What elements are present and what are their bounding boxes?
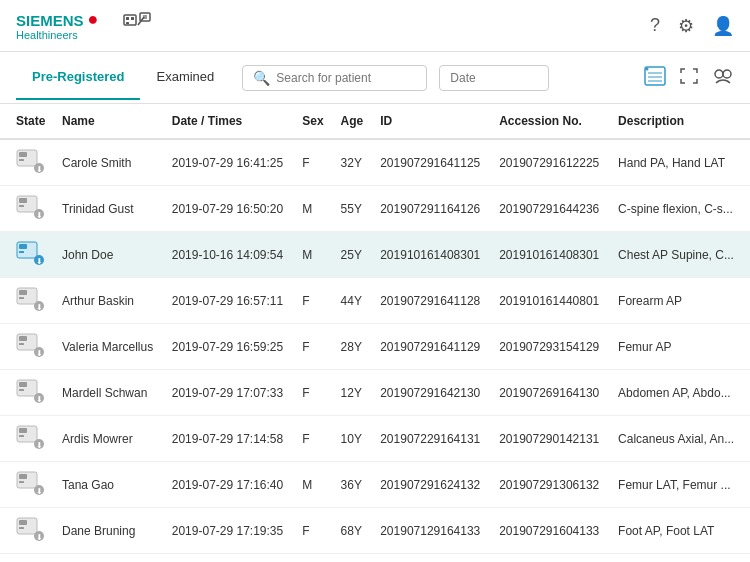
svg-rect-42: [19, 389, 24, 391]
logo-health: Healthineers: [16, 29, 98, 41]
cell-age: 28Y: [333, 324, 373, 370]
cell-name: Carole Smith: [54, 139, 164, 186]
svg-rect-41: [19, 382, 27, 387]
cell-description: Foot AP, Foot LAT: [610, 508, 750, 554]
cell-state: ⬇: [0, 139, 54, 186]
table-row[interactable]: ⬇ Arthur Baskin2019-07-29 16:57:11F44Y20…: [0, 278, 750, 324]
cell-datetime: 2019-07-29 16:50:20: [164, 186, 295, 232]
state-icon: ⬇: [16, 241, 46, 265]
table-row[interactable]: ⬇ Mardell Schwan2019-07-29 17:07:33F12Y2…: [0, 370, 750, 416]
cell-sex: F: [294, 278, 332, 324]
svg-point-13: [715, 70, 723, 78]
svg-rect-46: [19, 428, 27, 433]
cell-datetime: 2019-07-29 16:59:25: [164, 324, 295, 370]
header: SIEMENS ● Healthineers ? ⚙ 👤: [0, 0, 750, 52]
svg-rect-32: [19, 297, 24, 299]
col-name: Name: [54, 104, 164, 139]
cell-description: Abdomen AP, Abdo...: [610, 370, 750, 416]
cell-state: ⬇: [0, 554, 54, 563]
cell-datetime: 2019-07-29 16:57:11: [164, 278, 295, 324]
tab-examined[interactable]: Examined: [140, 55, 230, 100]
app-container: SIEMENS ● Healthineers ? ⚙ 👤: [0, 0, 750, 562]
cell-description: Femur AP: [610, 324, 750, 370]
cell-state: ⬇: [0, 462, 54, 508]
state-icon: ⬇: [16, 149, 46, 173]
svg-rect-3: [126, 22, 129, 24]
table-row[interactable]: ⬇ Dane Bruning2019-07-29 17:19:35F68Y201…: [0, 508, 750, 554]
table-header-row: State Name Date / Times Sex Age ID Acces…: [0, 104, 750, 139]
cell-name: Mardell Schwan: [54, 370, 164, 416]
svg-rect-51: [19, 474, 27, 479]
table-row[interactable]: ⬇ Vina Myrie2019-07-29 17:23:32F87Y20190…: [0, 554, 750, 563]
cell-datetime: 2019-07-29 16:41:25: [164, 139, 295, 186]
help-icon[interactable]: ?: [650, 15, 660, 36]
search-input[interactable]: [276, 71, 416, 85]
state-icon: ⬇: [16, 379, 46, 403]
svg-text:⬇: ⬇: [36, 303, 43, 311]
cell-name: Trinidad Gust: [54, 186, 164, 232]
search-icon: 🔍: [253, 70, 270, 86]
cell-accession: 201907291612225: [491, 139, 610, 186]
cell-name: Ardis Mowrer: [54, 416, 164, 462]
search-box[interactable]: 🔍: [242, 65, 427, 91]
cell-id: 201907291641128: [372, 278, 491, 324]
cell-accession: 201910161408301: [491, 232, 610, 278]
date-input[interactable]: [439, 65, 549, 91]
svg-rect-47: [19, 435, 24, 437]
toolbar-action-icons: [644, 66, 734, 90]
cell-name: Tana Gao: [54, 462, 164, 508]
col-sex: Sex: [294, 104, 332, 139]
cell-name: Vina Myrie: [54, 554, 164, 563]
svg-rect-57: [19, 527, 24, 529]
table-row[interactable]: ⬇ John Doe2019-10-16 14:09:54M25Y2019101…: [0, 232, 750, 278]
toolbar: Pre-Registered Examined 🔍: [0, 52, 750, 104]
cell-name: Dane Bruning: [54, 508, 164, 554]
cell-description: Hand AP OBL(Ball C...: [610, 554, 750, 563]
table-row[interactable]: ⬇ Tana Gao2019-07-29 17:16:40M36Y2019072…: [0, 462, 750, 508]
nav-icon[interactable]: [122, 9, 152, 43]
cell-sex: F: [294, 416, 332, 462]
list-view-icon[interactable]: [644, 66, 666, 90]
cell-sex: F: [294, 324, 332, 370]
logo: SIEMENS ● Healthineers: [16, 10, 98, 42]
table-row[interactable]: ⬇ Ardis Mowrer2019-07-29 17:14:58F10Y201…: [0, 416, 750, 462]
svg-rect-22: [19, 205, 24, 207]
cell-sex: M: [294, 232, 332, 278]
cell-age: 12Y: [333, 370, 373, 416]
svg-text:⬇: ⬇: [36, 211, 43, 219]
svg-rect-31: [19, 290, 27, 295]
cell-description: Hand PA, Hand LAT: [610, 139, 750, 186]
svg-text:⬇: ⬇: [36, 257, 43, 265]
group-icon[interactable]: [712, 66, 734, 90]
cell-sex: F: [294, 139, 332, 186]
expand-icon[interactable]: [678, 66, 700, 90]
cell-id: 201907291642130: [372, 370, 491, 416]
cell-age: 55Y: [333, 186, 373, 232]
cell-datetime: 2019-07-29 17:23:32: [164, 554, 295, 563]
cell-id: 201907291624132: [372, 462, 491, 508]
cell-accession: 201907291644236: [491, 186, 610, 232]
cell-id: 201907291641125: [372, 139, 491, 186]
settings-icon[interactable]: ⚙: [678, 15, 694, 37]
tab-pre-registered[interactable]: Pre-Registered: [16, 55, 140, 100]
table-row[interactable]: ⬇ Carole Smith2019-07-29 16:41:25F32Y201…: [0, 139, 750, 186]
svg-text:⬇: ⬇: [36, 165, 43, 173]
cell-datetime: 2019-07-29 17:19:35: [164, 508, 295, 554]
table-row[interactable]: ⬇ Valeria Marcellus2019-07-29 16:59:25F2…: [0, 324, 750, 370]
cell-accession: 201907291604133: [491, 508, 610, 554]
cell-sex: M: [294, 462, 332, 508]
svg-rect-52: [19, 481, 24, 483]
user-icon[interactable]: 👤: [712, 15, 734, 37]
col-age: Age: [333, 104, 373, 139]
svg-rect-37: [19, 343, 24, 345]
cell-state: ⬇: [0, 278, 54, 324]
table-row[interactable]: ⬇ Trinidad Gust2019-07-29 16:50:20M55Y20…: [0, 186, 750, 232]
svg-point-14: [723, 70, 731, 78]
logo-dot: ●: [88, 10, 99, 30]
cell-description: Femur LAT, Femur ...: [610, 462, 750, 508]
cell-description: Chest AP Supine, C...: [610, 232, 750, 278]
cell-sex: M: [294, 186, 332, 232]
col-id: ID: [372, 104, 491, 139]
cell-id: 201907229164134: [372, 554, 491, 563]
cell-state: ⬇: [0, 186, 54, 232]
